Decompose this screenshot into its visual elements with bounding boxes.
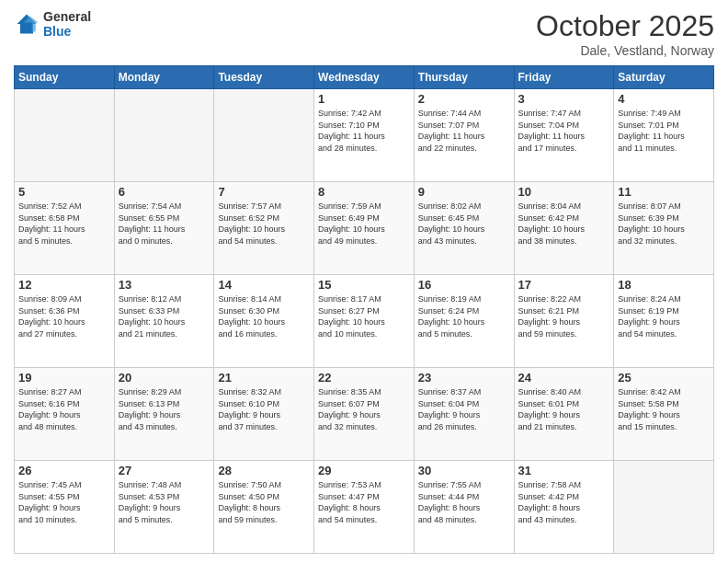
table-row: 2Sunrise: 7:44 AM Sunset: 7:07 PM Daylig…: [414, 89, 514, 182]
table-row: [614, 461, 714, 554]
day-number: 7: [218, 185, 310, 199]
day-number: 13: [119, 278, 210, 292]
table-row: 31Sunrise: 7:58 AM Sunset: 4:42 PM Dayli…: [514, 461, 614, 554]
day-info: Sunrise: 8:17 AM Sunset: 6:27 PM Dayligh…: [318, 293, 410, 339]
table-row: 19Sunrise: 8:27 AM Sunset: 6:16 PM Dayli…: [15, 368, 115, 461]
calendar-week-row: 12Sunrise: 8:09 AM Sunset: 6:36 PM Dayli…: [15, 275, 714, 368]
day-info: Sunrise: 8:37 AM Sunset: 6:04 PM Dayligh…: [418, 386, 510, 432]
day-number: 21: [218, 371, 310, 385]
day-number: 19: [18, 371, 110, 385]
day-number: 9: [418, 185, 510, 199]
day-number: 6: [119, 185, 210, 199]
day-info: Sunrise: 7:50 AM Sunset: 4:50 PM Dayligh…: [218, 479, 310, 525]
calendar-week-row: 26Sunrise: 7:45 AM Sunset: 4:55 PM Dayli…: [15, 461, 714, 554]
day-number: 14: [218, 278, 310, 292]
table-row: 23Sunrise: 8:37 AM Sunset: 6:04 PM Dayli…: [414, 368, 514, 461]
col-wednesday: Wednesday: [314, 66, 415, 89]
day-info: Sunrise: 8:29 AM Sunset: 6:13 PM Dayligh…: [119, 386, 210, 432]
day-number: 3: [518, 92, 610, 106]
col-friday: Friday: [514, 66, 614, 89]
main-title: October 2025: [536, 9, 714, 43]
day-info: Sunrise: 8:24 AM Sunset: 6:19 PM Dayligh…: [618, 293, 710, 339]
title-section: October 2025 Dale, Vestland, Norway: [536, 9, 714, 58]
table-row: 16Sunrise: 8:19 AM Sunset: 6:24 PM Dayli…: [414, 275, 514, 368]
day-info: Sunrise: 7:49 AM Sunset: 7:01 PM Dayligh…: [618, 108, 710, 154]
calendar-week-row: 19Sunrise: 8:27 AM Sunset: 6:16 PM Dayli…: [15, 368, 714, 461]
table-row: 26Sunrise: 7:45 AM Sunset: 4:55 PM Dayli…: [15, 461, 115, 554]
day-number: 10: [518, 185, 610, 199]
calendar-week-row: 5Sunrise: 7:52 AM Sunset: 6:58 PM Daylig…: [15, 182, 714, 275]
day-number: 25: [618, 371, 710, 385]
day-info: Sunrise: 8:04 AM Sunset: 6:42 PM Dayligh…: [518, 201, 610, 247]
day-number: 24: [518, 371, 610, 385]
day-number: 11: [618, 185, 710, 199]
page: General Blue October 2025 Dale, Vestland…: [0, 0, 728, 563]
day-info: Sunrise: 7:58 AM Sunset: 4:42 PM Dayligh…: [518, 479, 610, 525]
day-info: Sunrise: 8:27 AM Sunset: 6:16 PM Dayligh…: [18, 386, 110, 432]
table-row: [15, 89, 115, 182]
day-number: 28: [218, 464, 310, 477]
day-number: 15: [318, 278, 410, 292]
day-number: 23: [418, 371, 510, 385]
day-number: 27: [119, 464, 210, 477]
day-info: Sunrise: 8:07 AM Sunset: 6:39 PM Dayligh…: [618, 201, 710, 247]
table-row: 17Sunrise: 8:22 AM Sunset: 6:21 PM Dayli…: [514, 275, 614, 368]
day-number: 5: [18, 185, 110, 199]
table-row: 20Sunrise: 8:29 AM Sunset: 6:13 PM Dayli…: [114, 368, 214, 461]
day-number: 2: [418, 92, 510, 106]
table-row: 13Sunrise: 8:12 AM Sunset: 6:33 PM Dayli…: [114, 275, 214, 368]
table-row: 15Sunrise: 8:17 AM Sunset: 6:27 PM Dayli…: [314, 275, 415, 368]
day-info: Sunrise: 8:42 AM Sunset: 5:58 PM Dayligh…: [618, 386, 710, 432]
day-info: Sunrise: 8:14 AM Sunset: 6:30 PM Dayligh…: [218, 293, 310, 339]
day-info: Sunrise: 7:57 AM Sunset: 6:52 PM Dayligh…: [218, 201, 310, 247]
table-row: 1Sunrise: 7:42 AM Sunset: 7:10 PM Daylig…: [314, 89, 415, 182]
day-info: Sunrise: 7:54 AM Sunset: 6:55 PM Dayligh…: [119, 201, 210, 247]
table-row: 28Sunrise: 7:50 AM Sunset: 4:50 PM Dayli…: [214, 461, 314, 554]
day-info: Sunrise: 7:44 AM Sunset: 7:07 PM Dayligh…: [418, 108, 510, 154]
day-info: Sunrise: 8:12 AM Sunset: 6:33 PM Dayligh…: [119, 293, 210, 339]
table-row: 22Sunrise: 8:35 AM Sunset: 6:07 PM Dayli…: [314, 368, 415, 461]
day-number: 1: [318, 92, 410, 106]
table-row: 3Sunrise: 7:47 AM Sunset: 7:04 PM Daylig…: [514, 89, 614, 182]
day-number: 8: [318, 185, 410, 199]
col-thursday: Thursday: [414, 66, 514, 89]
day-info: Sunrise: 7:45 AM Sunset: 4:55 PM Dayligh…: [18, 479, 110, 525]
col-sunday: Sunday: [15, 66, 115, 89]
calendar-header-row: Sunday Monday Tuesday Wednesday Thursday…: [15, 66, 714, 89]
day-info: Sunrise: 7:52 AM Sunset: 6:58 PM Dayligh…: [18, 201, 110, 247]
col-tuesday: Tuesday: [214, 66, 314, 89]
day-number: 29: [318, 464, 410, 477]
day-info: Sunrise: 8:32 AM Sunset: 6:10 PM Dayligh…: [218, 386, 310, 432]
table-row: 21Sunrise: 8:32 AM Sunset: 6:10 PM Dayli…: [214, 368, 314, 461]
table-row: 30Sunrise: 7:55 AM Sunset: 4:44 PM Dayli…: [414, 461, 514, 554]
table-row: 4Sunrise: 7:49 AM Sunset: 7:01 PM Daylig…: [614, 89, 714, 182]
day-info: Sunrise: 8:19 AM Sunset: 6:24 PM Dayligh…: [418, 293, 510, 339]
day-number: 31: [518, 464, 610, 477]
day-info: Sunrise: 7:42 AM Sunset: 7:10 PM Dayligh…: [318, 108, 410, 154]
day-info: Sunrise: 8:09 AM Sunset: 6:36 PM Dayligh…: [18, 293, 110, 339]
day-info: Sunrise: 7:59 AM Sunset: 6:49 PM Dayligh…: [318, 201, 410, 247]
table-row: 11Sunrise: 8:07 AM Sunset: 6:39 PM Dayli…: [614, 182, 714, 275]
day-number: 4: [618, 92, 710, 106]
logo-icon: [14, 11, 40, 37]
table-row: 29Sunrise: 7:53 AM Sunset: 4:47 PM Dayli…: [314, 461, 415, 554]
calendar-week-row: 1Sunrise: 7:42 AM Sunset: 7:10 PM Daylig…: [15, 89, 714, 182]
day-number: 18: [618, 278, 710, 292]
table-row: 24Sunrise: 8:40 AM Sunset: 6:01 PM Dayli…: [514, 368, 614, 461]
day-info: Sunrise: 8:35 AM Sunset: 6:07 PM Dayligh…: [318, 386, 410, 432]
table-row: 25Sunrise: 8:42 AM Sunset: 5:58 PM Dayli…: [614, 368, 714, 461]
table-row: 12Sunrise: 8:09 AM Sunset: 6:36 PM Dayli…: [15, 275, 115, 368]
table-row: [114, 89, 214, 182]
table-row: 9Sunrise: 8:02 AM Sunset: 6:45 PM Daylig…: [414, 182, 514, 275]
col-monday: Monday: [114, 66, 214, 89]
calendar-table: Sunday Monday Tuesday Wednesday Thursday…: [14, 65, 714, 554]
table-row: 18Sunrise: 8:24 AM Sunset: 6:19 PM Dayli…: [614, 275, 714, 368]
day-number: 30: [418, 464, 510, 477]
day-info: Sunrise: 8:22 AM Sunset: 6:21 PM Dayligh…: [518, 293, 610, 339]
day-number: 12: [18, 278, 110, 292]
day-number: 26: [18, 464, 110, 477]
day-info: Sunrise: 8:40 AM Sunset: 6:01 PM Dayligh…: [518, 386, 610, 432]
day-number: 16: [418, 278, 510, 292]
day-number: 22: [318, 371, 410, 385]
logo-text: General Blue: [43, 9, 91, 39]
